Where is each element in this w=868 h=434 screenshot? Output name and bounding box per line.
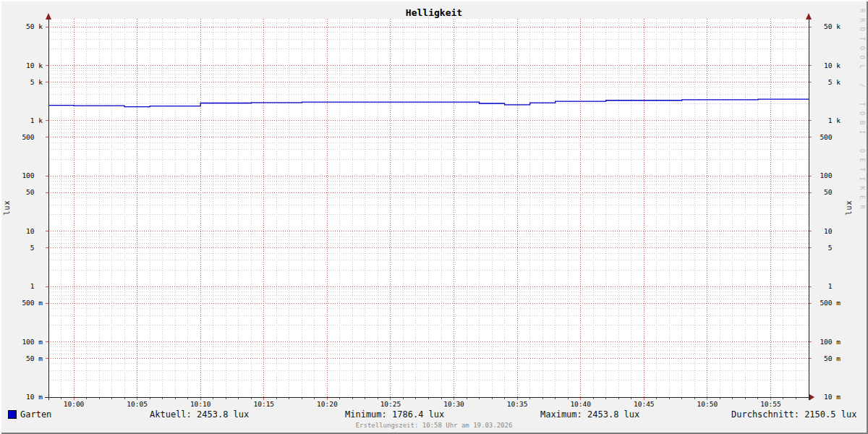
y-tick-label-right: 50 [814, 188, 841, 197]
y-tick-label-right: 5 k [814, 78, 841, 87]
y-tick-label-left: 100 [0, 171, 43, 180]
plot-area [0, 0, 868, 434]
y-tick-label-right: 500 [814, 133, 841, 142]
y-tick-label-right: 50 m [814, 354, 841, 363]
x-tick-label: 10:15 [250, 400, 278, 409]
y-tick-label-left: 500 [0, 133, 43, 142]
y-tick-label-left: 50 m [0, 354, 43, 363]
y-tick-label-right: 1 [814, 282, 841, 291]
y-tick-label-left: 5 k [0, 78, 43, 87]
x-tick-label: 10:20 [312, 400, 341, 409]
y-tick-label-right: 50 k [814, 22, 841, 31]
y-tick-label-right: 10 m [814, 393, 841, 401]
y-tick-label-right: 1 k [814, 116, 841, 125]
graph-title: Helligkeit [0, 7, 868, 18]
legend-stat: Aktuell: 2453.8 lux [150, 409, 249, 420]
legend-stat: Durchschnitt: 2150.5 lux [731, 409, 856, 420]
rrdtool-signature: RRDTOOL / TOBI OETIKER [857, 9, 866, 240]
y-tick-label-left: 5 [0, 244, 43, 252]
y-tick-label-left: 50 k [0, 22, 43, 31]
y-tick-label-right: 100 m [814, 338, 841, 346]
y-tick-label-left: 1 k [0, 116, 43, 125]
legend-stat: Minimum: 1786.4 lux [345, 409, 444, 420]
y-axis-title-right: lux [845, 195, 854, 221]
y-tick-label-right: 10 [814, 227, 841, 236]
y-tick-label-right: 5 [814, 244, 841, 252]
x-tick-label: 10:55 [756, 400, 785, 409]
legend: Garten Aktuell: 2453.8 luxMinimum: 1786.… [0, 409, 868, 420]
x-tick-label: 10:50 [693, 400, 722, 409]
x-tick-label: 10:35 [503, 400, 532, 409]
rrdtool-graph: Helligkeit 50 k10 k5 k1 k500 100 50 10 5… [0, 0, 868, 434]
y-tick-label-right: 100 [814, 171, 841, 180]
y-tick-label-left: 500 m [0, 299, 43, 307]
legend-series-name: Garten [20, 409, 51, 420]
y-tick-label-right: 500 m [814, 299, 841, 307]
y-tick-label-left: 10 m [0, 393, 43, 401]
x-tick-label: 10:40 [566, 400, 595, 409]
x-tick-label: 10:45 [629, 400, 658, 409]
creation-time: Erstellungszeit: 10:58 Uhr am 19.03.2026 [0, 422, 868, 429]
y-tick-label-left: 10 [0, 227, 43, 236]
legend-stat: Maximum: 2453.8 lux [540, 409, 639, 420]
legend-color-swatch [8, 410, 17, 419]
x-tick-label: 10:05 [123, 400, 152, 409]
x-tick-label: 10:00 [59, 400, 88, 409]
x-tick-label: 10:10 [186, 400, 215, 409]
y-axis-title-left: lux [3, 195, 12, 221]
x-axis-arrow [809, 394, 814, 401]
y-tick-label-left: 10 k [0, 61, 43, 70]
y-tick-label-left: 1 [0, 282, 43, 291]
y-tick-label-right: 10 k [814, 61, 841, 70]
x-tick-label: 10:30 [440, 400, 469, 409]
y-tick-label-left: 100 m [0, 338, 43, 346]
x-tick-label: 10:25 [376, 400, 405, 409]
